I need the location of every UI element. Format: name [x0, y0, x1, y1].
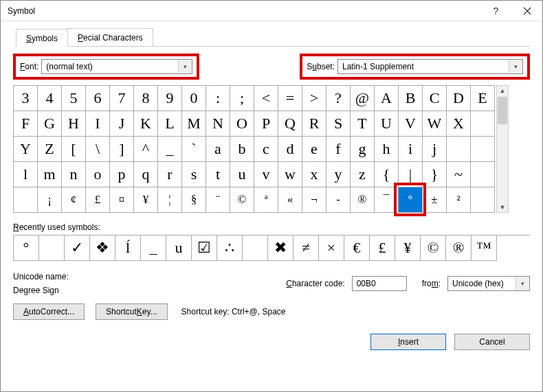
symbol-cell[interactable]: V — [399, 111, 423, 137]
symbol-cell[interactable]: P — [254, 111, 278, 137]
symbol-cell[interactable]: M — [182, 111, 206, 137]
symbol-cell[interactable]: ² — [447, 187, 471, 213]
symbol-grid[interactable]: 34567890:;<=>?@ABCDEFGHIJKLMNOPQRSTUVWXY… — [13, 85, 495, 213]
symbol-cell[interactable]: W — [423, 111, 447, 137]
symbol-cell[interactable]: \ — [86, 137, 110, 162]
recent-symbol-cell[interactable]: ≠ — [293, 235, 319, 261]
symbol-cell[interactable] — [14, 187, 38, 213]
symbol-cell[interactable]: ® — [351, 187, 375, 213]
symbol-cell[interactable]: ~ — [447, 162, 471, 187]
symbol-cell[interactable]: J — [110, 111, 134, 137]
symbol-cell[interactable]: Z — [38, 137, 62, 162]
symbol-cell[interactable]: q — [134, 162, 158, 187]
symbol-cell[interactable]: l — [14, 162, 38, 187]
recent-symbols-grid[interactable]: °✓❖ĺ_u☑∴✖≠×€£¥©®™ — [13, 235, 530, 261]
symbol-cell[interactable]: - — [326, 187, 351, 213]
symbol-cell[interactable]: C — [423, 86, 447, 111]
symbol-cell[interactable]: X — [447, 111, 471, 137]
recent-symbol-cell[interactable]: ™ — [472, 235, 497, 261]
symbol-cell[interactable]: { — [375, 162, 399, 187]
symbol-cell[interactable]: F — [14, 111, 38, 137]
symbol-cell[interactable]: ¯ — [375, 187, 399, 213]
symbol-cell[interactable]: ¦ — [158, 187, 182, 213]
recent-symbol-cell[interactable]: ✓ — [65, 235, 90, 261]
symbol-cell[interactable] — [471, 162, 495, 187]
symbol-cell[interactable]: f — [326, 137, 351, 162]
recent-symbol-cell[interactable]: × — [319, 235, 344, 261]
recent-symbol-cell[interactable]: ∴ — [217, 235, 243, 261]
autocorrect-button[interactable]: AutoCorrect... — [13, 303, 85, 320]
symbol-cell[interactable]: b — [230, 137, 254, 162]
symbol-cell[interactable]: 8 — [134, 86, 158, 111]
scrollbar-thumb[interactable] — [498, 97, 507, 124]
symbol-cell[interactable]: t — [206, 162, 230, 187]
symbol-cell[interactable]: 6 — [86, 86, 110, 111]
symbol-cell[interactable]: @ — [351, 86, 375, 111]
symbol-cell[interactable]: Y — [14, 137, 38, 162]
symbol-cell[interactable]: 3 — [14, 86, 38, 111]
symbol-cell[interactable]: A — [375, 86, 399, 111]
symbol-cell[interactable]: £ — [86, 187, 110, 213]
symbol-cell[interactable]: d — [278, 137, 302, 162]
symbol-cell[interactable]: ± — [423, 187, 447, 213]
symbol-cell[interactable]: L — [158, 111, 182, 137]
symbol-cell[interactable]: i — [399, 137, 423, 162]
symbol-cell[interactable]: ; — [230, 86, 254, 111]
symbol-cell[interactable]: z — [351, 162, 375, 187]
symbol-cell[interactable]: S — [326, 111, 351, 137]
symbol-cell[interactable]: I — [86, 111, 110, 137]
recent-symbol-cell[interactable]: ® — [446, 235, 472, 261]
symbol-cell[interactable]: ` — [182, 137, 206, 162]
symbol-cell[interactable]: 9 — [158, 86, 182, 111]
symbol-cell[interactable]: U — [375, 111, 399, 137]
symbol-cell[interactable]: w — [278, 162, 302, 187]
recent-symbol-cell[interactable]: € — [344, 235, 370, 261]
recent-symbol-cell[interactable] — [243, 235, 268, 261]
cancel-button[interactable]: Cancel — [454, 334, 530, 350]
symbol-cell[interactable]: p — [110, 162, 134, 187]
help-button[interactable]: ? — [480, 1, 511, 21]
symbol-cell[interactable]: 4 — [38, 86, 62, 111]
symbol-cell[interactable]: m — [38, 162, 62, 187]
symbol-cell[interactable] — [447, 137, 471, 162]
symbol-cell[interactable]: n — [62, 162, 86, 187]
symbol-cell[interactable]: ^ — [134, 137, 158, 162]
symbol-cell[interactable]: H — [62, 111, 86, 137]
grid-scrollbar[interactable]: ▲ ▼ — [496, 85, 509, 213]
symbol-cell[interactable]: r — [158, 162, 182, 187]
symbol-cell[interactable]: E — [471, 86, 495, 111]
subset-combo[interactable]: Latin-1 Supplement ▾ — [337, 59, 523, 74]
tab-special-characters[interactable]: Pecial Characters — [67, 28, 153, 46]
symbol-cell[interactable]: c — [254, 137, 278, 162]
symbol-cell[interactable]: © — [230, 187, 254, 213]
chevron-down-icon[interactable]: ▾ — [516, 277, 529, 290]
chevron-down-icon[interactable]: ▾ — [178, 60, 192, 73]
symbol-cell[interactable]: v — [254, 162, 278, 187]
symbol-cell[interactable]: ¨ — [206, 187, 230, 213]
close-button[interactable] — [511, 1, 542, 21]
symbol-cell[interactable]: O — [230, 111, 254, 137]
symbol-cell[interactable]: ? — [326, 86, 351, 111]
symbol-cell[interactable]: Q — [278, 111, 302, 137]
recent-symbol-cell[interactable]: u — [166, 235, 192, 261]
symbol-cell[interactable] — [471, 137, 495, 162]
symbol-cell[interactable]: ] — [110, 137, 134, 162]
symbol-cell[interactable]: o — [86, 162, 110, 187]
tab-symbols[interactable]: Symbols — [16, 29, 68, 47]
scroll-down-icon[interactable]: ▼ — [500, 203, 506, 212]
symbol-cell[interactable]: s — [182, 162, 206, 187]
symbol-cell[interactable]: y — [326, 162, 351, 187]
symbol-cell[interactable]: R — [302, 111, 326, 137]
symbol-cell[interactable]: x — [302, 162, 326, 187]
symbol-cell[interactable]: G — [38, 111, 62, 137]
recent-symbol-cell[interactable]: ° — [14, 235, 39, 261]
symbol-cell[interactable]: ¬ — [302, 187, 326, 213]
font-combo[interactable]: (normal text) ▾ — [41, 59, 192, 74]
symbol-cell[interactable] — [471, 187, 495, 213]
shortcut-key-button[interactable]: Shortcut Key... — [96, 303, 168, 320]
symbol-cell[interactable]: 7 — [110, 86, 134, 111]
symbol-cell[interactable]: ¡ — [38, 187, 62, 213]
symbol-cell[interactable]: u — [230, 162, 254, 187]
symbol-cell[interactable]: _ — [158, 137, 182, 162]
symbol-cell[interactable]: > — [302, 86, 326, 111]
